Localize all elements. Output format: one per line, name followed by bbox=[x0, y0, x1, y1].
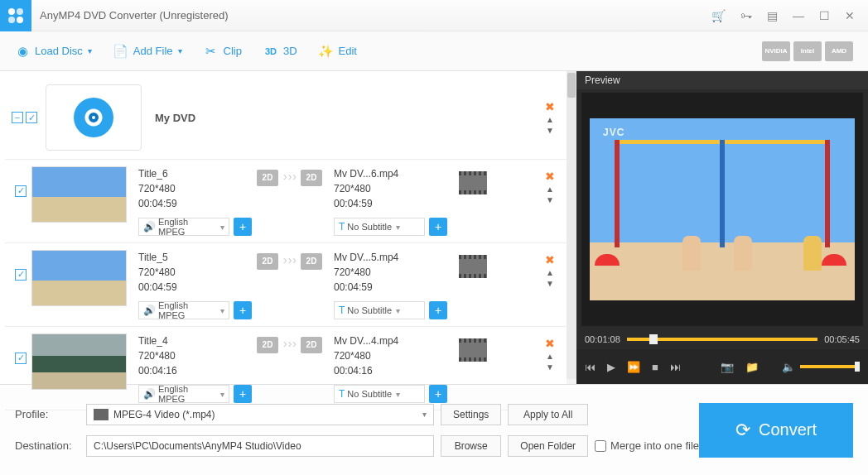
close-icon[interactable]: ✕ bbox=[845, 9, 855, 22]
volume-slider[interactable] bbox=[800, 365, 860, 368]
out-2d-badge: 2D bbox=[301, 170, 322, 186]
src-2d-badge: 2D bbox=[257, 337, 278, 353]
list-item: ✓ Title_4 720*480 00:04:16 🔊English MPEG… bbox=[5, 327, 567, 410]
collapse-toggle[interactable]: − bbox=[12, 112, 23, 123]
item-src-dur: 00:04:59 bbox=[138, 196, 221, 211]
add-subtitle-button[interactable]: + bbox=[429, 301, 447, 319]
src-2d-badge: 2D bbox=[257, 170, 278, 186]
maximize-icon[interactable]: ☐ bbox=[819, 9, 830, 22]
subtitle-select[interactable]: TNo Subtitle▾ bbox=[334, 385, 425, 403]
stop-icon[interactable]: ■ bbox=[652, 361, 658, 373]
film-icon[interactable] bbox=[459, 171, 487, 194]
menu-icon[interactable]: ▤ bbox=[767, 9, 778, 22]
item-out-res: 720*480 bbox=[334, 181, 417, 196]
toolbar: ◉ Load Disc ▾ 📄 Add File ▾ ✂ Clip 3D 3D … bbox=[0, 31, 868, 71]
add-audio-button[interactable]: + bbox=[234, 218, 252, 236]
item-thumbnail[interactable] bbox=[31, 250, 127, 306]
remove-item-icon[interactable]: ✖ bbox=[545, 253, 555, 266]
preview-video[interactable]: JVC bbox=[581, 93, 863, 326]
add-audio-button[interactable]: + bbox=[234, 385, 252, 403]
remove-item-icon[interactable]: ✖ bbox=[545, 337, 555, 350]
merge-checkbox[interactable]: Merge into one file bbox=[595, 439, 699, 452]
remove-item-icon[interactable]: ✖ bbox=[545, 170, 555, 183]
minimize-icon[interactable]: — bbox=[793, 9, 804, 22]
browse-button[interactable]: Browse bbox=[441, 435, 501, 457]
subtitle-value: No Subtitle bbox=[347, 222, 392, 232]
add-audio-button[interactable]: + bbox=[234, 301, 252, 319]
item-out-name: Mv DV...6.mp4 bbox=[334, 166, 417, 181]
list-scrollbar[interactable] bbox=[567, 71, 576, 379]
profile-select[interactable]: MPEG-4 Video (*.mp4) ▾ bbox=[86, 404, 434, 425]
item-out-res: 720*480 bbox=[334, 348, 417, 363]
destination-input[interactable]: C:\Users\PC\Documents\AnyMP4 Studio\Vide… bbox=[86, 435, 434, 457]
seek-slider[interactable] bbox=[627, 338, 817, 341]
clip-label: Clip bbox=[224, 45, 242, 57]
key-icon[interactable]: 🗝 bbox=[740, 9, 752, 22]
app-logo bbox=[0, 0, 31, 31]
audio-select[interactable]: 🔊English MPEG▾ bbox=[138, 385, 229, 403]
convert-button[interactable]: ⟳ Convert bbox=[699, 403, 853, 458]
move-up-icon[interactable]: ▲ bbox=[546, 185, 554, 194]
snapshot-icon[interactable]: 📷 bbox=[721, 361, 734, 373]
move-down-icon[interactable]: ▼ bbox=[546, 196, 554, 204]
move-down-icon[interactable]: ▼ bbox=[546, 280, 554, 288]
cart-icon[interactable]: 🛒 bbox=[711, 9, 726, 22]
item-src-res: 720*480 bbox=[138, 181, 221, 196]
play-icon[interactable]: ▶ bbox=[607, 361, 615, 373]
edit-label: Edit bbox=[339, 45, 357, 57]
chevron-down-icon: ▾ bbox=[88, 46, 92, 55]
3d-button[interactable]: 3D 3D bbox=[263, 44, 297, 59]
subtitle-select[interactable]: TNo Subtitle▾ bbox=[334, 301, 425, 319]
move-up-icon[interactable]: ▲ bbox=[546, 353, 554, 361]
item-checkbox[interactable]: ✓ bbox=[15, 269, 27, 281]
item-thumbnail[interactable] bbox=[31, 166, 127, 223]
app-title: AnyMP4 DVD Converter (Unregistered) bbox=[40, 9, 229, 22]
merge-checkbox-input[interactable] bbox=[595, 440, 606, 452]
subtitle-select[interactable]: TNo Subtitle▾ bbox=[334, 218, 425, 236]
item-thumbnail[interactable] bbox=[31, 333, 127, 390]
folder-icon[interactable]: 📁 bbox=[745, 361, 759, 373]
clip-button[interactable]: ✂ Clip bbox=[204, 44, 242, 59]
add-subtitle-button[interactable]: + bbox=[429, 218, 447, 236]
prev-icon[interactable]: ⏮ bbox=[585, 361, 596, 373]
add-subtitle-button[interactable]: + bbox=[429, 385, 447, 403]
load-disc-button[interactable]: ◉ Load Disc ▾ bbox=[15, 44, 92, 59]
remove-group-icon[interactable]: ✖ bbox=[545, 100, 555, 113]
src-2d-badge: 2D bbox=[257, 253, 278, 270]
fast-forward-icon[interactable]: ⏩ bbox=[627, 361, 640, 373]
3d-label: 3D bbox=[283, 45, 297, 57]
item-out-dur: 00:04:59 bbox=[334, 280, 417, 295]
film-icon[interactable] bbox=[459, 255, 487, 278]
move-up-icon[interactable]: ▲ bbox=[546, 269, 554, 277]
open-folder-button[interactable]: Open Folder bbox=[508, 435, 588, 457]
audio-icon: 🔊 bbox=[143, 305, 156, 316]
subtitle-icon: T bbox=[339, 305, 345, 316]
audio-value: English MPEG bbox=[158, 300, 216, 320]
item-checkbox[interactable]: ✓ bbox=[15, 185, 27, 197]
audio-select[interactable]: 🔊English MPEG▾ bbox=[138, 218, 229, 236]
destination-value: C:\Users\PC\Documents\AnyMP4 Studio\Vide… bbox=[94, 440, 301, 452]
item-out-dur: 00:04:59 bbox=[334, 196, 417, 211]
move-down-icon[interactable]: ▼ bbox=[546, 363, 554, 372]
profile-label: Profile: bbox=[15, 408, 80, 420]
merge-label: Merge into one file bbox=[610, 439, 699, 452]
svg-point-3 bbox=[17, 17, 23, 23]
list-item: ✓ Title_5 720*480 00:04:59 🔊English MPEG… bbox=[5, 243, 567, 327]
subtitle-value: No Subtitle bbox=[347, 305, 392, 315]
move-down-icon[interactable]: ▼ bbox=[546, 127, 554, 135]
add-file-button[interactable]: 📄 Add File ▾ bbox=[113, 44, 182, 59]
next-icon[interactable]: ⏭ bbox=[670, 361, 681, 373]
item-src-dur: 00:04:59 bbox=[138, 280, 221, 295]
film-icon[interactable] bbox=[459, 338, 487, 362]
time-total: 00:05:45 bbox=[824, 334, 860, 344]
move-up-icon[interactable]: ▲ bbox=[546, 116, 554, 124]
check-all-toggle[interactable]: ✓ bbox=[26, 112, 37, 123]
apply-all-button[interactable]: Apply to All bbox=[508, 404, 588, 425]
settings-button[interactable]: Settings bbox=[441, 404, 501, 425]
audio-value: English MPEG bbox=[158, 384, 216, 404]
audio-select[interactable]: 🔊English MPEG▾ bbox=[138, 301, 229, 319]
chevron-down-icon: ▾ bbox=[220, 390, 224, 399]
edit-button[interactable]: ✨ Edit bbox=[319, 44, 357, 59]
item-checkbox[interactable]: ✓ bbox=[15, 353, 27, 364]
volume-icon[interactable]: 🔈 bbox=[782, 361, 795, 373]
